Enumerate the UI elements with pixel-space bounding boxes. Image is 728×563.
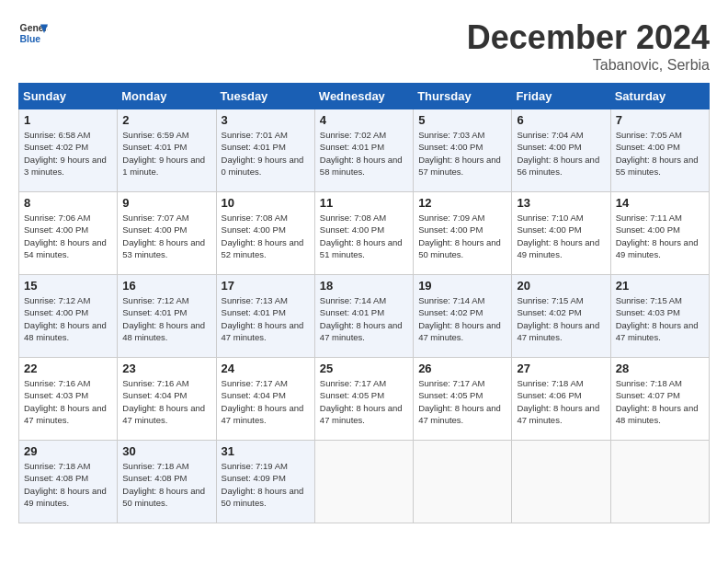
cell-info: Sunrise: 7:18 AMSunset: 4:08 PMDaylight:… (122, 460, 210, 509)
calendar-cell: 16Sunrise: 7:12 AMSunset: 4:01 PMDayligh… (118, 275, 216, 358)
day-number: 20 (517, 279, 605, 293)
week-row-5: 29Sunrise: 7:18 AMSunset: 4:08 PMDayligh… (19, 441, 710, 523)
column-header-tuesday: Tuesday (216, 84, 314, 109)
cell-info: Sunrise: 7:17 AMSunset: 4:04 PMDaylight:… (222, 377, 310, 426)
calendar-cell: 10Sunrise: 7:08 AMSunset: 4:00 PMDayligh… (216, 192, 314, 275)
day-number: 18 (320, 279, 408, 293)
cell-info: Sunrise: 6:58 AMSunset: 4:02 PMDaylight:… (24, 129, 112, 178)
calendar-cell: 15Sunrise: 7:12 AMSunset: 4:00 PMDayligh… (19, 275, 118, 358)
calendar-cell: 29Sunrise: 7:18 AMSunset: 4:08 PMDayligh… (19, 441, 118, 523)
calendar-cell (314, 441, 413, 523)
calendar-cell: 27Sunrise: 7:18 AMSunset: 4:06 PMDayligh… (512, 358, 610, 441)
day-number: 13 (517, 196, 605, 210)
cell-info: Sunrise: 7:10 AMSunset: 4:00 PMDaylight:… (517, 212, 605, 260)
calendar-cell: 18Sunrise: 7:14 AMSunset: 4:01 PMDayligh… (314, 275, 413, 358)
cell-info: Sunrise: 7:04 AMSunset: 4:00 PMDaylight:… (517, 129, 605, 178)
calendar-cell: 2Sunrise: 6:59 AMSunset: 4:01 PMDaylight… (118, 109, 216, 192)
calendar-cell: 3Sunrise: 7:01 AMSunset: 4:01 PMDaylight… (216, 109, 314, 192)
cell-info: Sunrise: 7:18 AMSunset: 4:08 PMDaylight:… (24, 460, 112, 509)
calendar-cell: 8Sunrise: 7:06 AMSunset: 4:00 PMDaylight… (19, 192, 118, 275)
week-row-1: 1Sunrise: 6:58 AMSunset: 4:02 PMDaylight… (19, 109, 710, 192)
calendar-cell: 5Sunrise: 7:03 AMSunset: 4:00 PMDaylight… (414, 109, 512, 192)
cell-info: Sunrise: 7:13 AMSunset: 4:01 PMDaylight:… (222, 294, 310, 343)
cell-info: Sunrise: 7:01 AMSunset: 4:01 PMDaylight:… (222, 129, 310, 178)
day-number: 7 (616, 113, 704, 127)
calendar-cell: 13Sunrise: 7:10 AMSunset: 4:00 PMDayligh… (512, 192, 610, 275)
day-number: 21 (616, 279, 704, 293)
day-number: 31 (222, 444, 310, 458)
day-number: 2 (122, 113, 210, 127)
day-number: 4 (320, 113, 408, 127)
day-number: 11 (320, 196, 408, 210)
column-header-saturday: Saturday (610, 84, 709, 109)
column-header-friday: Friday (512, 84, 610, 109)
day-number: 23 (122, 362, 210, 375)
column-header-thursday: Thursday (414, 84, 512, 109)
column-header-sunday: Sunday (19, 84, 118, 109)
page-header: General Blue December 2024 Tabanovic, Se… (18, 18, 710, 74)
calendar-body: 1Sunrise: 6:58 AMSunset: 4:02 PMDaylight… (19, 109, 710, 523)
location: Tabanovic, Serbia (467, 57, 710, 74)
calendar-cell: 14Sunrise: 7:11 AMSunset: 4:00 PMDayligh… (610, 192, 709, 275)
cell-info: Sunrise: 7:19 AMSunset: 4:09 PMDaylight:… (222, 460, 310, 509)
cell-info: Sunrise: 7:02 AMSunset: 4:01 PMDaylight:… (320, 129, 408, 178)
cell-info: Sunrise: 7:11 AMSunset: 4:00 PMDaylight:… (616, 212, 704, 260)
week-row-4: 22Sunrise: 7:16 AMSunset: 4:03 PMDayligh… (19, 358, 710, 441)
cell-info: Sunrise: 7:16 AMSunset: 4:04 PMDaylight:… (122, 377, 210, 426)
column-header-wednesday: Wednesday (314, 84, 413, 109)
cell-info: Sunrise: 7:18 AMSunset: 4:06 PMDaylight:… (517, 377, 605, 426)
day-number: 16 (122, 279, 210, 293)
calendar-cell: 11Sunrise: 7:08 AMSunset: 4:00 PMDayligh… (314, 192, 413, 275)
calendar-cell: 31Sunrise: 7:19 AMSunset: 4:09 PMDayligh… (216, 441, 314, 523)
day-number: 27 (517, 362, 605, 375)
calendar-cell: 23Sunrise: 7:16 AMSunset: 4:04 PMDayligh… (118, 358, 216, 441)
cell-info: Sunrise: 7:14 AMSunset: 4:02 PMDaylight:… (418, 294, 506, 343)
calendar-cell: 7Sunrise: 7:05 AMSunset: 4:00 PMDaylight… (610, 109, 709, 192)
day-number: 10 (222, 196, 310, 210)
column-header-monday: Monday (118, 84, 216, 109)
day-number: 8 (24, 196, 112, 210)
cell-info: Sunrise: 7:17 AMSunset: 4:05 PMDaylight:… (418, 377, 506, 426)
day-number: 1 (24, 113, 112, 127)
cell-info: Sunrise: 7:03 AMSunset: 4:00 PMDaylight:… (418, 129, 506, 178)
calendar-cell: 30Sunrise: 7:18 AMSunset: 4:08 PMDayligh… (118, 441, 216, 523)
day-number: 14 (616, 196, 704, 210)
calendar-header-row: SundayMondayTuesdayWednesdayThursdayFrid… (19, 84, 710, 109)
day-number: 26 (418, 362, 506, 375)
calendar-cell (414, 441, 512, 523)
calendar-cell: 4Sunrise: 7:02 AMSunset: 4:01 PMDaylight… (314, 109, 413, 192)
calendar-cell: 24Sunrise: 7:17 AMSunset: 4:04 PMDayligh… (216, 358, 314, 441)
day-number: 19 (418, 279, 506, 293)
day-number: 9 (122, 196, 210, 210)
day-number: 17 (222, 279, 310, 293)
day-number: 3 (222, 113, 310, 127)
calendar-table: SundayMondayTuesdayWednesdayThursdayFrid… (18, 83, 710, 523)
calendar-cell: 6Sunrise: 7:04 AMSunset: 4:00 PMDaylight… (512, 109, 610, 192)
calendar-cell: 21Sunrise: 7:15 AMSunset: 4:03 PMDayligh… (610, 275, 709, 358)
day-number: 25 (320, 362, 408, 375)
cell-info: Sunrise: 7:15 AMSunset: 4:02 PMDaylight:… (517, 294, 605, 343)
cell-info: Sunrise: 7:08 AMSunset: 4:00 PMDaylight:… (320, 212, 408, 260)
calendar-cell (610, 441, 709, 523)
cell-info: Sunrise: 6:59 AMSunset: 4:01 PMDaylight:… (122, 129, 210, 178)
cell-info: Sunrise: 7:05 AMSunset: 4:00 PMDaylight:… (616, 129, 704, 178)
calendar-cell: 20Sunrise: 7:15 AMSunset: 4:02 PMDayligh… (512, 275, 610, 358)
day-number: 15 (24, 279, 112, 293)
day-number: 24 (222, 362, 310, 375)
cell-info: Sunrise: 7:12 AMSunset: 4:01 PMDaylight:… (122, 294, 210, 343)
cell-info: Sunrise: 7:16 AMSunset: 4:03 PMDaylight:… (24, 377, 112, 426)
day-number: 5 (418, 113, 506, 127)
cell-info: Sunrise: 7:06 AMSunset: 4:00 PMDaylight:… (24, 212, 112, 260)
cell-info: Sunrise: 7:07 AMSunset: 4:00 PMDaylight:… (122, 212, 210, 260)
day-number: 28 (616, 362, 704, 375)
calendar-cell: 19Sunrise: 7:14 AMSunset: 4:02 PMDayligh… (414, 275, 512, 358)
cell-info: Sunrise: 7:09 AMSunset: 4:00 PMDaylight:… (418, 212, 506, 260)
calendar-cell: 28Sunrise: 7:18 AMSunset: 4:07 PMDayligh… (610, 358, 709, 441)
month-title: December 2024 (467, 18, 710, 57)
cell-info: Sunrise: 7:14 AMSunset: 4:01 PMDaylight:… (320, 294, 408, 343)
day-number: 30 (122, 444, 210, 458)
cell-info: Sunrise: 7:08 AMSunset: 4:00 PMDaylight:… (222, 212, 310, 260)
calendar-cell: 17Sunrise: 7:13 AMSunset: 4:01 PMDayligh… (216, 275, 314, 358)
cell-info: Sunrise: 7:17 AMSunset: 4:05 PMDaylight:… (320, 377, 408, 426)
week-row-3: 15Sunrise: 7:12 AMSunset: 4:00 PMDayligh… (19, 275, 710, 358)
